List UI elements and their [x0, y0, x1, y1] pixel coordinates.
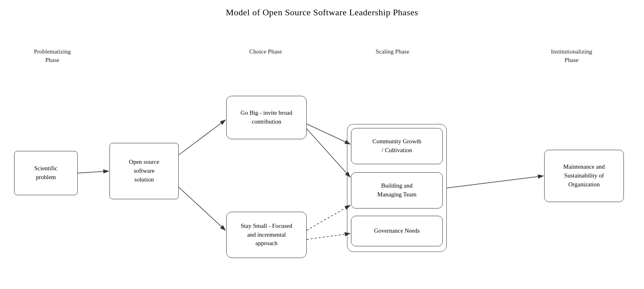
phase-label-institutionalizing: InstitutionalizingPhase — [531, 47, 612, 64]
stay-small-box: Stay Small - Focusedand incrementalappro… — [226, 212, 307, 258]
phase-label-choice: Choice Phase — [233, 47, 298, 56]
governance-box: Governance Needs — [351, 216, 443, 246]
diagram-container: Model of Open Source Software Leadership… — [0, 0, 644, 289]
svg-line-7 — [307, 205, 350, 230]
phase-label-problematizing: ProblematizingPhase — [22, 47, 83, 64]
oss-solution-box: Open sourcesoftwaresolution — [109, 143, 179, 199]
go-big-box: Go Big - invite broadcontribution — [226, 96, 307, 139]
building-team-box: Building andManaging Team — [351, 172, 443, 208]
svg-line-3 — [179, 120, 225, 155]
svg-line-2 — [78, 171, 109, 173]
maintenance-box: Maintenance andSustainability ofOrganiza… — [544, 150, 624, 202]
svg-line-4 — [179, 187, 225, 230]
svg-line-8 — [307, 233, 350, 239]
phase-label-scaling: Scaling Phase — [360, 47, 425, 56]
scientific-problem-box: Scientificproblem — [14, 151, 78, 195]
community-growth-box: Community Growth/ Cultivation — [351, 128, 443, 164]
arrows-svg — [0, 0, 644, 289]
svg-line-9 — [447, 176, 543, 188]
diagram-title: Model of Open Source Software Leadership… — [0, 0, 644, 18]
svg-line-5 — [307, 124, 350, 144]
svg-line-6 — [307, 129, 350, 177]
